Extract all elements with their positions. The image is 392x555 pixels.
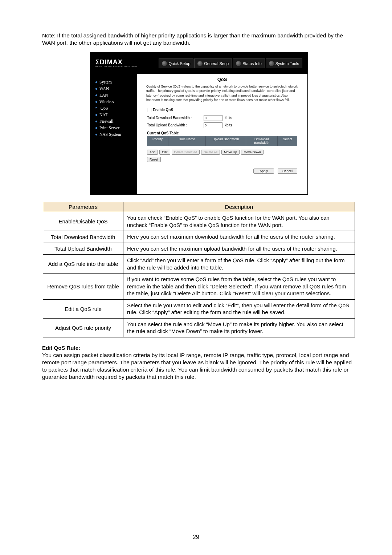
param-desc: You can select the rule and click “Move … xyxy=(123,318,355,337)
globe-icon xyxy=(197,61,203,66)
note-text: Note: If the total assigned bandwidth of… xyxy=(42,32,356,46)
sidebar-item-label: Firewall xyxy=(99,119,113,123)
table-row: Total Download BandwidthHere you can set… xyxy=(43,231,355,243)
unit-label: kbits xyxy=(225,123,232,127)
header-description: Description xyxy=(123,202,355,212)
tab-general-setup[interactable]: General Seup xyxy=(194,58,232,68)
globe-icon xyxy=(236,61,241,66)
param-desc: You can check “Enable QoS” to enable QoS… xyxy=(123,212,355,231)
delete-selected-button[interactable]: Delete Selected xyxy=(172,150,200,155)
sidebar-item-label: LAN xyxy=(99,93,108,97)
param-desc: Here you can set maximum download bandwi… xyxy=(123,231,355,243)
param-name: Remove QoS rules from table xyxy=(43,274,123,300)
tab-label: System Tools xyxy=(275,61,299,66)
param-name: Adjust QoS rule priority xyxy=(43,318,123,337)
table-row: Enable/Disable QoSYou can check “Enable … xyxy=(43,212,355,231)
sidebar-item-lan[interactable]: LAN xyxy=(90,92,137,98)
bullet-icon xyxy=(95,81,97,83)
check-icon xyxy=(95,107,98,110)
bullet-icon xyxy=(95,134,97,135)
upload-bw-input[interactable] xyxy=(204,122,222,128)
tab-label: General Seup xyxy=(204,61,229,66)
move-up-button[interactable]: Move Up xyxy=(221,150,240,155)
sidebar-item-label: System xyxy=(99,80,112,84)
reset-button[interactable]: Reset xyxy=(147,157,161,162)
sidebar-item-firewall[interactable]: Firewall xyxy=(90,118,137,125)
param-name: Enable/Disable QoS xyxy=(43,212,123,231)
tab-quick-setup[interactable]: Quick Setup xyxy=(159,58,193,68)
col-select: Select xyxy=(278,136,297,146)
sidebar: System WAN LAN Wireless QoS NAT Firewall… xyxy=(90,74,137,194)
unit-label: kbits xyxy=(225,116,232,120)
table-row: Total Upload BandwidthHere you can set t… xyxy=(43,243,355,255)
param-desc: Select the rule you want to edit and cli… xyxy=(123,299,355,318)
bullet-icon xyxy=(95,101,97,103)
current-qos-table-head: Current QoS Table xyxy=(147,131,301,135)
table-row: Remove QoS rules from tableIf you want t… xyxy=(43,274,355,300)
sidebar-item-label: Print Server xyxy=(99,126,119,130)
sidebar-item-wireless[interactable]: Wireless xyxy=(90,98,137,105)
tab-label: Status Info xyxy=(242,61,262,66)
logo-text: ΣDIMAX xyxy=(95,59,137,65)
bullet-icon xyxy=(95,88,97,90)
param-name: Total Download Bandwidth xyxy=(43,231,123,243)
table-row: Add a QoS rule into the tableClick “Add”… xyxy=(43,255,355,274)
param-desc: Click “Add” then you will enter a form o… xyxy=(123,255,355,274)
globe-icon xyxy=(162,61,167,66)
panel-title: QoS xyxy=(143,77,301,82)
sidebar-item-qos[interactable]: QoS xyxy=(90,105,137,112)
sidebar-item-label: NAT xyxy=(99,113,107,117)
table-row: Adjust QoS rule priorityYou can select t… xyxy=(43,318,355,337)
panel-description: Quality of Service (QoS) refers to the c… xyxy=(146,84,298,102)
edit-button[interactable]: Edit xyxy=(159,150,170,155)
tab-status-info[interactable]: Status Info xyxy=(233,58,265,68)
apply-button[interactable]: Apply xyxy=(253,169,274,174)
router-header: ΣDIMAX NETWORKING PEOPLE TOGETHER Quick … xyxy=(90,53,307,74)
qos-table-header: Priority Rule Name Upload Bandwidth Down… xyxy=(147,136,297,146)
col-download-bw: Download Bandwidth xyxy=(246,136,278,146)
bullet-icon xyxy=(95,127,97,129)
download-bw-label: Total Download Bandwidth : xyxy=(147,116,201,120)
enable-qos-label: Enable QoS xyxy=(153,108,173,112)
param-name: Edit a QoS rule xyxy=(43,299,123,318)
sidebar-item-label: NAS System xyxy=(99,132,121,137)
sidebar-item-print-server[interactable]: Print Server xyxy=(90,125,137,131)
upload-bw-label: Total Upload Bandwidth : xyxy=(147,123,201,127)
col-upload-bw: Upload Bandwidth xyxy=(206,136,246,146)
tab-label: Quick Setup xyxy=(168,61,190,66)
table-row: Edit a QoS ruleSelect the rule you want … xyxy=(43,299,355,318)
download-bw-input[interactable] xyxy=(204,115,222,121)
globe-icon xyxy=(269,61,274,66)
edit-qos-heading: Edit QoS Rule: xyxy=(42,345,356,351)
sidebar-item-label: Wireless xyxy=(99,100,114,104)
sidebar-item-wan[interactable]: WAN xyxy=(90,85,137,92)
param-name: Total Upload Bandwidth xyxy=(43,243,123,255)
header-parameters: Parameters xyxy=(43,202,123,212)
param-desc: Here you can set the maximum upload band… xyxy=(123,243,355,255)
qos-panel: QoS Quality of Service (QoS) refers to t… xyxy=(137,74,307,194)
router-screenshot: ΣDIMAX NETWORKING PEOPLE TOGETHER Quick … xyxy=(90,52,308,195)
param-desc: If you want to remove some QoS rules fro… xyxy=(123,274,355,300)
enable-qos-checkbox[interactable] xyxy=(147,108,151,112)
router-logo: ΣDIMAX NETWORKING PEOPLE TOGETHER xyxy=(95,59,137,68)
cancel-button[interactable]: Cancel xyxy=(278,169,297,174)
sidebar-item-label: QoS xyxy=(101,106,108,110)
page-number: 29 xyxy=(0,534,392,540)
parameters-table: Parameters Description Enable/Disable Qo… xyxy=(43,202,355,337)
logo-subtext: NETWORKING PEOPLE TOGETHER xyxy=(95,65,137,68)
sidebar-item-system[interactable]: System xyxy=(90,79,137,85)
table-header-row: Parameters Description xyxy=(43,202,355,212)
sidebar-item-label: WAN xyxy=(99,86,109,91)
col-rule-name: Rule Name xyxy=(168,136,206,146)
top-tabs: Quick Setup General Seup Status Info Sys… xyxy=(159,58,302,68)
col-priority: Priority xyxy=(147,136,168,146)
bullet-icon xyxy=(95,94,97,96)
param-name: Add a QoS rule into the table xyxy=(43,255,123,274)
tab-system-tools[interactable]: System Tools xyxy=(266,58,302,68)
add-button[interactable]: Add xyxy=(147,150,158,155)
bullet-icon xyxy=(95,121,97,122)
sidebar-item-nat[interactable]: NAT xyxy=(90,112,137,118)
delete-all-button[interactable]: Delete All xyxy=(201,150,220,155)
sidebar-item-nas-system[interactable]: NAS System xyxy=(90,131,137,138)
move-down-button[interactable]: Move Down xyxy=(241,150,264,155)
